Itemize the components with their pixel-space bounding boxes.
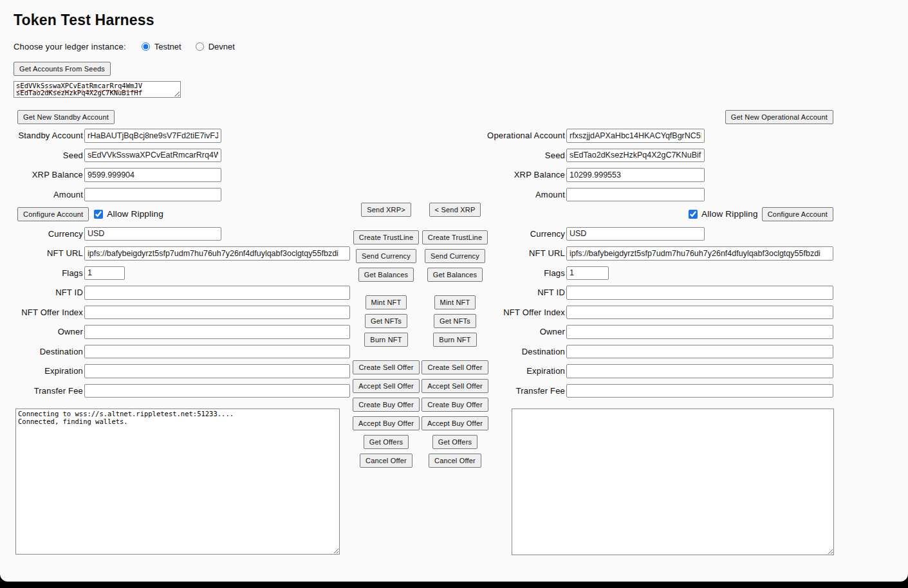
operational-accept-sell-offer-button[interactable]: Accept Sell Offer xyxy=(422,379,488,393)
standby-get-balances-button[interactable]: Get Balances xyxy=(358,268,414,282)
standby-nft-id-label: NFT ID xyxy=(0,288,83,297)
operational-configure-account-button[interactable]: Configure Account xyxy=(762,207,833,221)
operational-amount-input[interactable] xyxy=(566,188,705,202)
standby-seed-row: Seed xyxy=(0,149,360,163)
get-new-operational-account-button[interactable]: Get New Operational Account xyxy=(725,110,833,124)
devnet-radio[interactable] xyxy=(196,42,204,51)
standby-transfer-fee-row: Transfer Fee xyxy=(0,384,360,398)
standby-get-nfts-button[interactable]: Get NFTs xyxy=(365,314,407,328)
seeds-textarea[interactable]: sEdVVkSsswaXPCvEatRmcarRrq4WmJV sEdTao2d… xyxy=(14,81,181,98)
standby-accept-sell-offer-button[interactable]: Accept Sell Offer xyxy=(353,379,420,393)
operational-expiration-input[interactable] xyxy=(566,364,833,378)
standby-allow-rippling-checkbox[interactable] xyxy=(94,210,103,219)
operational-nft-url-input[interactable] xyxy=(566,246,833,261)
radio-option-testnet[interactable]: Testnet xyxy=(142,42,181,51)
operational-seed-label: Seed xyxy=(450,151,565,160)
operational-account-input[interactable] xyxy=(566,129,705,143)
operational-seed-input[interactable] xyxy=(566,149,705,163)
standby-configure-row: Configure Account Allow Rippling xyxy=(0,207,360,221)
operational-expiration-row: Expiration xyxy=(450,364,833,378)
operational-transfer-fee-row: Transfer Fee xyxy=(450,384,833,398)
standby-accept-buy-offer-button[interactable]: Accept Buy Offer xyxy=(353,416,420,430)
operational-get-offers-button[interactable]: Get Offers xyxy=(432,435,478,449)
operational-xrp-balance-label: XRP Balance xyxy=(450,170,565,179)
standby-account-row: Standby Account xyxy=(0,129,360,143)
standby-currency-input[interactable] xyxy=(84,227,221,241)
operational-burn-nft-button[interactable]: Burn NFT xyxy=(433,333,476,347)
standby-currency-label: Currency xyxy=(0,229,83,239)
operational-nft-offer-index-input[interactable] xyxy=(566,306,833,320)
standby-create-buy-offer-button[interactable]: Create Buy Offer xyxy=(353,398,420,412)
standby-expiration-label: Expiration xyxy=(0,366,83,376)
standby-expiration-input[interactable] xyxy=(84,364,350,378)
standby-nft-url-row: NFT URL xyxy=(0,246,360,261)
operational-xrp-balance-input[interactable] xyxy=(566,168,705,182)
testnet-radio[interactable] xyxy=(142,42,150,51)
operational-seed-row: Seed xyxy=(450,149,833,163)
standby-destination-row: Destination xyxy=(0,345,360,359)
standby-create-trustline-button[interactable]: Create TrustLine xyxy=(353,230,420,244)
standby-send-xrp-button[interactable]: Send XRP> xyxy=(361,203,411,217)
operational-cancel-offer-button[interactable]: Cancel Offer xyxy=(429,454,481,468)
operational-flags-input[interactable] xyxy=(566,266,609,280)
operational-mint-nft-button[interactable]: Mint NFT xyxy=(434,295,476,309)
get-new-standby-account-button[interactable]: Get New Standby Account xyxy=(17,110,115,124)
standby-xrp-balance-row: XRP Balance xyxy=(0,168,360,182)
standby-configure-account-button[interactable]: Configure Account xyxy=(17,207,89,221)
operational-actions-column: < Send XRP Create TrustLine Send Currenc… xyxy=(413,203,497,472)
radio-option-devnet[interactable]: Devnet xyxy=(196,42,235,51)
standby-seed-label: Seed xyxy=(0,151,83,160)
get-accounts-from-seeds-button[interactable]: Get Accounts From Seeds xyxy=(14,62,111,76)
standby-results-textarea[interactable]: Connecting to wss://s.altnet.rippletest.… xyxy=(15,409,340,555)
standby-owner-input[interactable] xyxy=(84,325,350,339)
standby-flags-input[interactable] xyxy=(84,266,125,280)
standby-amount-input[interactable] xyxy=(84,188,221,202)
standby-burn-nft-button[interactable]: Burn NFT xyxy=(364,333,407,347)
operational-create-sell-offer-button[interactable]: Create Sell Offer xyxy=(422,360,488,374)
operational-get-nfts-button[interactable]: Get NFTs xyxy=(434,314,476,328)
operational-owner-row: Owner xyxy=(450,325,833,339)
operational-transfer-fee-input[interactable] xyxy=(566,384,833,398)
operational-send-xrp-button[interactable]: < Send XRP xyxy=(429,203,481,217)
standby-cancel-offer-button[interactable]: Cancel Offer xyxy=(360,454,412,468)
standby-nft-offer-index-input[interactable] xyxy=(84,306,350,320)
standby-transfer-fee-input[interactable] xyxy=(84,384,350,398)
operational-currency-row: Currency xyxy=(450,227,833,241)
standby-xrp-balance-input[interactable] xyxy=(84,168,221,182)
testnet-radio-label: Testnet xyxy=(154,42,181,51)
ledger-instance-chooser: Choose your ledger instance: Testnet Dev… xyxy=(14,41,249,52)
operational-create-buy-offer-button[interactable]: Create Buy Offer xyxy=(422,398,488,412)
operational-allow-rippling-checkbox[interactable] xyxy=(689,210,698,219)
standby-nft-id-input[interactable] xyxy=(84,286,350,300)
operational-get-balances-button[interactable]: Get Balances xyxy=(427,268,483,282)
operational-currency-input[interactable] xyxy=(566,227,705,241)
operational-send-currency-button[interactable]: Send Currency xyxy=(425,249,485,263)
standby-create-sell-offer-button[interactable]: Create Sell Offer xyxy=(353,360,419,374)
operational-owner-input[interactable] xyxy=(566,325,833,339)
operational-configure-row: Allow Rippling Configure Account xyxy=(450,207,833,221)
standby-account-input[interactable] xyxy=(84,129,221,143)
standby-amount-label: Amount xyxy=(0,190,83,199)
operational-xrp-balance-row: XRP Balance xyxy=(450,168,833,182)
standby-get-offers-button[interactable]: Get Offers xyxy=(364,435,409,449)
standby-flags-label: Flags xyxy=(0,268,83,278)
seed-line-2: sEdTao2dKsezHzkPq4X2gC7KNuBifHf xyxy=(16,89,178,96)
standby-owner-row: Owner xyxy=(0,325,360,339)
standby-destination-input[interactable] xyxy=(84,345,350,359)
operational-nft-offer-index-row: NFT Offer Index xyxy=(450,306,833,320)
page-title: Token Test Harness xyxy=(14,12,154,29)
standby-seed-input[interactable] xyxy=(84,149,221,163)
standby-nft-url-input[interactable] xyxy=(84,246,350,261)
standby-send-currency-button[interactable]: Send Currency xyxy=(356,249,416,263)
standby-nft-id-row: NFT ID xyxy=(0,286,360,300)
operational-destination-input[interactable] xyxy=(566,345,833,359)
operational-nft-id-input[interactable] xyxy=(566,286,833,300)
operational-results-textarea[interactable] xyxy=(512,409,834,555)
standby-allow-rippling-label: Allow Rippling xyxy=(107,209,163,219)
operational-nft-id-row: NFT ID xyxy=(450,286,833,300)
operational-allow-rippling-label: Allow Rippling xyxy=(701,209,758,219)
operational-accept-buy-offer-button[interactable]: Accept Buy Offer xyxy=(422,416,488,430)
standby-amount-row: Amount xyxy=(0,188,360,202)
operational-create-trustline-button[interactable]: Create TrustLine xyxy=(422,230,488,244)
standby-mint-nft-button[interactable]: Mint NFT xyxy=(366,295,407,309)
